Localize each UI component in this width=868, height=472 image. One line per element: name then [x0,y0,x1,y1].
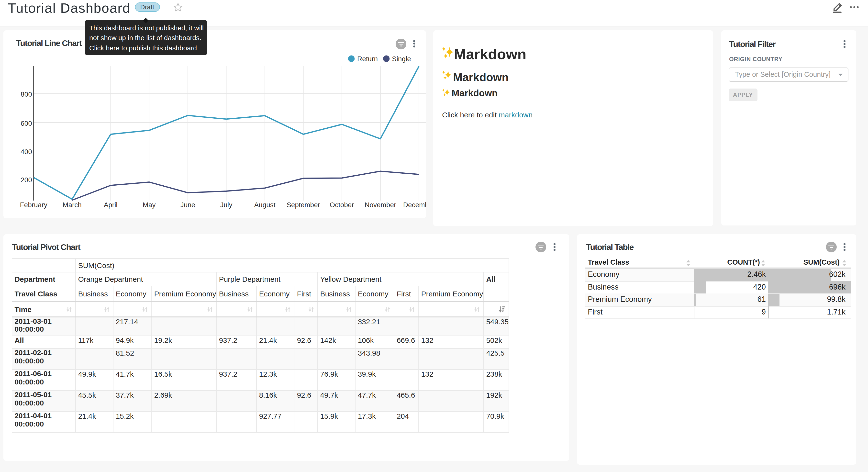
svg-text:400: 400 [21,148,32,155]
svg-text:Return: Return [357,55,378,62]
svg-text:600: 600 [21,119,32,127]
svg-text:March: March [63,201,82,208]
svg-text:April: April [104,201,118,208]
svg-text:December: December [403,201,426,208]
svg-text:June: June [181,201,195,208]
svg-text:Single: Single [392,55,411,62]
svg-text:October: October [330,201,354,208]
svg-text:February: February [20,201,48,208]
svg-text:July: July [220,201,232,208]
svg-text:September: September [286,201,320,208]
svg-text:May: May [143,201,156,208]
svg-text:200: 200 [21,176,32,183]
svg-text:November: November [365,201,396,208]
svg-text:August: August [254,201,275,208]
svg-text:800: 800 [21,90,32,98]
